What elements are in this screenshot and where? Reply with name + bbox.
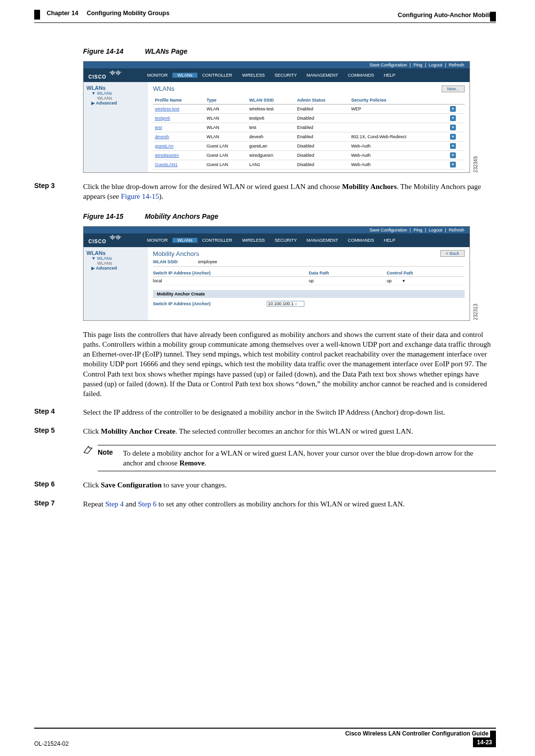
table-row: guestLAnGuest LANguestLanDisabledWeb-Aut… [153, 142, 465, 151]
figure-title: Mobility Anchors Page [145, 212, 218, 220]
screenshot-mobility-anchors-page: 232313 Save Configuration | Ping | Logou… [83, 226, 470, 321]
ping-link[interactable]: Ping [413, 63, 422, 67]
menu-monitor[interactable]: MONITOR [142, 73, 172, 78]
dropdown-arrow-icon[interactable]: ▾ [450, 143, 456, 149]
menu-controller[interactable]: CONTROLLER [197, 73, 237, 78]
screenshot-topbar: Save Configuration | Ping | Logout | Ref… [84, 227, 470, 233]
dropdown-arrow-icon[interactable]: ▾ [450, 134, 456, 140]
menu-wireless[interactable]: WIRELESS [237, 73, 270, 78]
triangle-right-icon: ▶ [91, 266, 95, 271]
menu-commands[interactable]: COMMANDS [343, 238, 379, 243]
step-3: Step 3 Click the blue drop-down arrow fo… [34, 182, 496, 202]
col-admin: Admin Status [295, 96, 349, 105]
step-body: Click Save Configuration to save your ch… [83, 480, 496, 490]
menu-security[interactable]: SECURITY [270, 238, 302, 243]
ping-link[interactable]: Ping [413, 228, 422, 232]
menu-wlans[interactable]: WLANs [172, 238, 197, 243]
col-type: Type [205, 96, 247, 105]
step-4: Step 4 Select the IP address of the cont… [34, 407, 496, 417]
control-path-value: up ▾ [387, 277, 465, 285]
sidebar-item-advanced[interactable]: ▶ Advanced [86, 266, 145, 271]
chapter-number: Chapter 14 [46, 10, 78, 17]
new-button[interactable]: New... [442, 85, 465, 92]
dropdown-arrow-icon[interactable]: ▾ [450, 125, 456, 130]
save-config-link[interactable]: Save Configuration [369, 63, 407, 67]
table-row: wireless-testWLANwireless-testEnabledWEP… [153, 105, 465, 114]
profile-link[interactable]: test [153, 123, 205, 132]
chapter-title: Configuring Mobility Groups [86, 10, 169, 17]
figure-id: 232349 [473, 156, 478, 172]
sidebar-item-wlans[interactable]: ▼ WLANs [86, 91, 145, 96]
logout-link[interactable]: Logout [429, 63, 443, 67]
table-row: wiredguestAGuest LANwiredguestADisabledW… [153, 151, 465, 160]
profile-link[interactable]: guestLAn [153, 142, 205, 151]
sidebar-subitem-wlans[interactable]: WLANs [86, 261, 145, 266]
step-link[interactable]: Step 6 [138, 500, 157, 508]
note-text: To delete a mobility anchor for a WLAN o… [123, 448, 494, 468]
menu-help[interactable]: HELP [379, 73, 400, 78]
content-title-row: WLANs New... [153, 85, 465, 92]
profile-link[interactable]: devesh [153, 132, 205, 142]
ssid-value: employee [198, 259, 217, 264]
menu-management[interactable]: MANAGEMENT [301, 238, 343, 243]
menu-commands[interactable]: COMMANDS [343, 73, 379, 78]
menu-management[interactable]: MANAGEMENT [301, 73, 343, 78]
content-title-row: Mobility Anchors < Back [153, 250, 465, 257]
save-config-link[interactable]: Save Configuration [369, 228, 407, 232]
screenshot-menubar: ·ı|ı·ı|ı· CISCO MONITOR WLANs CONTROLLER… [84, 68, 470, 82]
step-body: Repeat Step 4 and Step 6 to set any othe… [83, 499, 496, 509]
menu-security[interactable]: SECURITY [270, 73, 302, 78]
paragraph-anchors-description: This page lists the controllers that hav… [83, 330, 496, 399]
col-ssid: WLAN SSID [247, 96, 295, 105]
dropdown-arrow-icon[interactable]: ▾ [450, 106, 456, 112]
triangle-down-icon: ▼ [91, 91, 96, 96]
refresh-link[interactable]: Refresh [449, 228, 464, 232]
back-button[interactable]: < Back [440, 250, 465, 257]
menu-wireless[interactable]: WIRELESS [237, 238, 270, 243]
doc-id: OL-21524-02 [34, 740, 69, 747]
cisco-logo: ·ı|ı·ı|ı· CISCO [84, 71, 142, 80]
screenshot-sidebar: WLANs ▼ WLANs WLANs ▶ Advanced [84, 82, 148, 172]
menu-wlans[interactable]: WLANs [172, 73, 197, 78]
dropdown-arrow-icon[interactable]: ▾ [450, 115, 456, 121]
profile-link[interactable]: wiredguestA [153, 151, 205, 160]
col-data-path: Data Path [309, 271, 387, 277]
create-row: Switch IP Address (Anchor) 10.100.100.1 … [153, 298, 465, 310]
screenshot-menubar: ·ı|ı·ı|ı· CISCO MONITOR WLANs CONTROLLER… [84, 233, 470, 247]
anchors-columns: Switch IP Address (Anchor) local Data Pa… [153, 271, 465, 285]
col-switch-ip: Switch IP Address (Anchor) [153, 271, 309, 277]
screenshot-sidebar: WLANs ▼ WLANs WLANs ▶ Advanced [84, 247, 148, 320]
logout-link[interactable]: Logout [429, 228, 443, 232]
triangle-right-icon: ▶ [91, 101, 95, 105]
dropdown-arrow-icon[interactable]: ▾ [450, 152, 456, 158]
profile-link[interactable]: testipv6 [153, 114, 205, 123]
wlans-table: Profile Name Type WLAN SSID Admin Status… [153, 96, 465, 169]
data-path-value: up [309, 277, 387, 285]
col-security: Security Policies [349, 96, 449, 105]
table-row: testWLANtestEnabled▾ [153, 123, 465, 132]
note: Note To delete a mobility anchor for a W… [83, 445, 496, 472]
sidebar-subitem-wlans[interactable]: WLANs [86, 96, 145, 101]
sidebar-item-wlans[interactable]: ▼ WLANs [86, 256, 145, 261]
profile-link[interactable]: GuestLAN1 [153, 160, 205, 169]
dropdown-arrow-icon[interactable]: ▾ [450, 162, 456, 168]
figure-caption: Figure 14-15 Mobility Anchors Page [83, 212, 496, 220]
dropdown-arrow-icon[interactable]: ▾ [403, 278, 405, 283]
step-label: Step 4 [34, 407, 83, 417]
figure-id: 232313 [473, 304, 478, 320]
refresh-link[interactable]: Refresh [449, 63, 464, 67]
profile-link[interactable]: wireless-test [153, 105, 205, 114]
step-link[interactable]: Step 4 [105, 500, 124, 508]
page-header: Chapter 14 Configuring Mobility Groups C… [34, 10, 496, 23]
sidebar-item-advanced[interactable]: ▶ Advanced [86, 101, 145, 105]
step-5: Step 5 Click Mobility Anchor Create. The… [34, 426, 496, 436]
content-title: Mobility Anchors [153, 250, 199, 257]
menu-monitor[interactable]: MONITOR [142, 238, 172, 243]
menu-controller[interactable]: CONTROLLER [197, 238, 237, 243]
content-title: WLANs [153, 85, 174, 92]
step-label: Step 7 [34, 499, 83, 509]
figure-link[interactable]: Figure 14-15 [121, 192, 159, 200]
note-label: Note [98, 448, 121, 456]
menu-help[interactable]: HELP [379, 238, 400, 243]
switch-ip-dropdown[interactable]: 10.100.100.1 v [267, 301, 305, 307]
